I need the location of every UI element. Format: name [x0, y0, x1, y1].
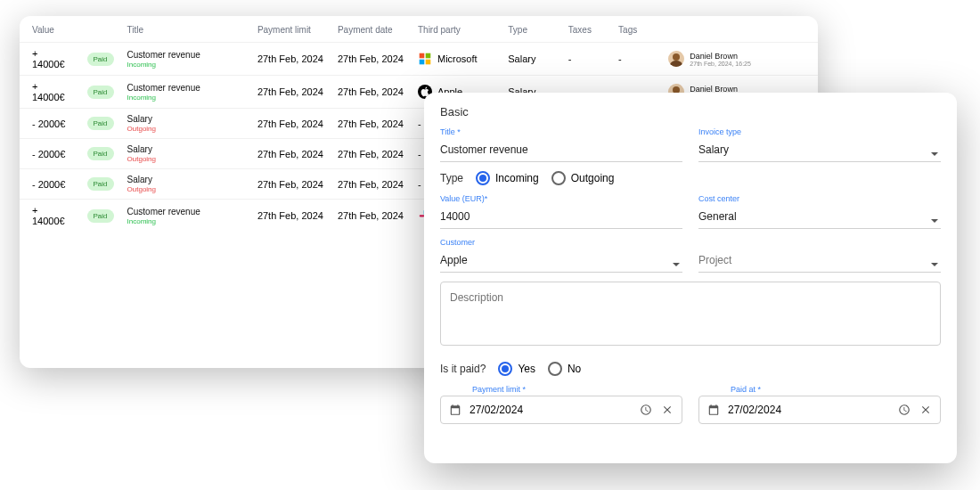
party-name: - — [418, 179, 421, 190]
header-taxes[interactable]: Taxes — [561, 16, 611, 43]
cell-direction: Outgoing — [127, 155, 243, 163]
status-badge: Paid — [87, 86, 114, 99]
paid-at-input[interactable] — [728, 404, 890, 416]
paid-at-label: Paid at * — [698, 385, 941, 394]
transaction-form-card: Basic Title * Invoice type Type Incoming… — [424, 93, 957, 463]
description-textarea[interactable] — [440, 282, 941, 346]
svg-rect-0 — [420, 53, 425, 59]
svg-rect-1 — [426, 53, 431, 59]
calendar-icon[interactable] — [448, 403, 462, 417]
radio-checked-icon — [498, 362, 512, 376]
payment-limit-field: Payment limit * — [440, 385, 682, 424]
cell-title: Customer revenue — [127, 50, 243, 60]
clock-icon[interactable] — [639, 403, 653, 417]
title-label: Title * — [440, 127, 682, 136]
cell-limit: 27th Feb, 2024 — [250, 169, 331, 200]
cell-date: 27th Feb, 2024 — [331, 43, 411, 76]
clear-icon[interactable] — [660, 403, 674, 417]
header-title[interactable]: Title — [120, 16, 250, 43]
paid-no-radio[interactable]: No — [548, 362, 581, 376]
cell-limit: 27th Feb, 2024 — [250, 43, 331, 76]
cell-value: + 14000€ — [20, 200, 80, 233]
outgoing-label: Outgoing — [571, 172, 615, 184]
header-limit[interactable]: Payment limit — [250, 16, 331, 43]
header-type[interactable]: Type — [501, 16, 561, 43]
cell-value: + 14000€ — [20, 76, 80, 109]
status-badge: Paid — [87, 147, 114, 160]
user-name: Daniel Brown — [690, 85, 751, 94]
cell-value: - 2000€ — [20, 169, 80, 200]
value-label: Value (EUR)* — [440, 194, 682, 203]
cell-date: 27th Feb, 2024 — [331, 169, 411, 200]
cell-value: - 2000€ — [20, 109, 80, 139]
header-value[interactable]: Value — [20, 16, 80, 43]
cell-direction: Incoming — [127, 217, 243, 225]
cell-tags: - — [611, 43, 661, 76]
header-party[interactable]: Third party — [411, 16, 501, 43]
party-name: - — [418, 118, 421, 129]
cell-limit: 27th Feb, 2024 — [250, 76, 331, 109]
customer-field: Customer — [440, 238, 682, 273]
cell-title: Customer revenue — [127, 83, 243, 93]
party-name: Microsoft — [437, 53, 478, 64]
svg-rect-3 — [426, 60, 431, 65]
cell-taxes: - — [561, 43, 611, 76]
cell-value: - 2000€ — [20, 139, 80, 169]
clear-icon[interactable] — [919, 403, 933, 417]
type-incoming-radio[interactable]: Incoming — [476, 171, 539, 185]
radio-checked-icon — [476, 171, 490, 185]
payment-limit-label: Payment limit * — [440, 385, 682, 394]
paid-label: Is it paid? — [440, 363, 486, 375]
project-field — [698, 238, 941, 273]
cost-center-label: Cost center — [698, 194, 941, 203]
invoice-type-field: Invoice type — [698, 127, 941, 162]
cell-limit: 27th Feb, 2024 — [250, 200, 331, 233]
value-input[interactable] — [440, 205, 682, 229]
payment-limit-input[interactable] — [470, 404, 632, 416]
cell-title: Salary — [127, 144, 243, 154]
user-time: 27th Feb, 2024, 16:25 — [690, 61, 751, 67]
cell-date: 27th Feb, 2024 — [331, 76, 411, 109]
project-label — [698, 238, 941, 247]
svg-rect-2 — [420, 60, 425, 65]
title-field: Title * — [440, 127, 682, 162]
cell-limit: 27th Feb, 2024 — [250, 139, 331, 169]
avatar — [668, 51, 684, 67]
cell-direction: Incoming — [127, 61, 243, 69]
invoice-type-select[interactable] — [698, 138, 941, 162]
cell-title: Salary — [127, 114, 243, 124]
status-badge: Paid — [87, 209, 114, 223]
cell-direction: Outgoing — [127, 125, 243, 133]
header-tags[interactable]: Tags — [611, 16, 661, 43]
form-heading: Basic — [440, 105, 941, 118]
value-field: Value (EUR)* — [440, 194, 682, 229]
cost-center-select[interactable] — [698, 205, 941, 229]
invoice-type-label: Invoice type — [698, 127, 941, 136]
cell-title: Customer revenue — [127, 207, 243, 216]
paid-at-field: Paid at * — [698, 385, 941, 424]
incoming-label: Incoming — [495, 172, 539, 184]
cell-date: 27th Feb, 2024 — [331, 200, 411, 233]
yes-label: Yes — [518, 363, 535, 375]
project-select[interactable] — [698, 249, 941, 273]
cell-direction: Outgoing — [127, 185, 243, 193]
paid-yes-radio[interactable]: Yes — [498, 362, 535, 376]
table-row[interactable]: + 14000€ Paid Customer revenueIncoming 2… — [20, 43, 818, 76]
no-label: No — [568, 363, 581, 375]
cell-title: Salary — [127, 175, 243, 184]
header-date[interactable]: Payment date — [331, 16, 411, 43]
status-badge: Paid — [87, 177, 114, 191]
cell-date: 27th Feb, 2024 — [331, 139, 411, 169]
status-badge: Paid — [87, 117, 114, 130]
type-label: Type — [440, 172, 463, 184]
clock-icon[interactable] — [897, 403, 911, 417]
customer-select[interactable] — [440, 249, 682, 273]
type-outgoing-radio[interactable]: Outgoing — [551, 171, 615, 185]
title-input[interactable] — [440, 138, 682, 162]
user-name: Daniel Brown — [690, 52, 751, 61]
cost-center-field: Cost center — [698, 194, 941, 229]
cell-direction: Incoming — [127, 94, 243, 102]
cell-limit: 27th Feb, 2024 — [250, 109, 331, 139]
cell-type: Salary — [501, 43, 561, 76]
calendar-icon[interactable] — [706, 403, 721, 417]
